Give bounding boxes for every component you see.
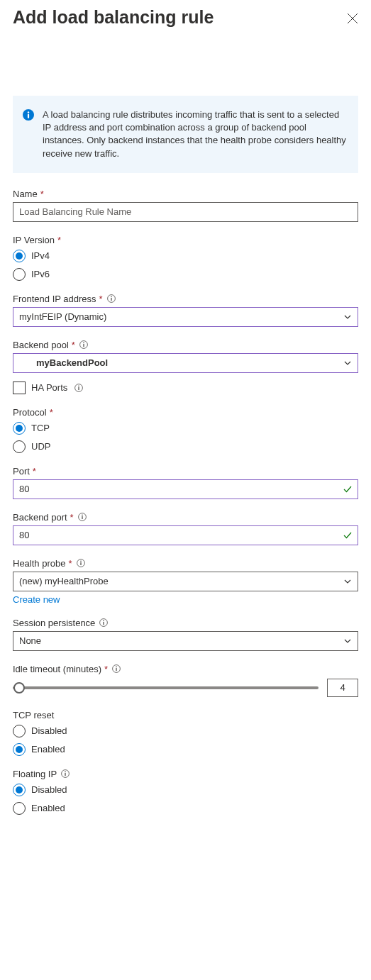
tooltip-icon[interactable] (74, 384, 83, 392)
svg-rect-11 (79, 387, 79, 390)
svg-rect-20 (104, 622, 104, 625)
svg-rect-5 (111, 298, 111, 301)
create-new-link[interactable]: Create new (13, 594, 60, 605)
chevron-down-icon (343, 313, 352, 321)
svg-rect-17 (80, 562, 81, 565)
info-text: A load balancing rule distributes incomi… (43, 108, 348, 160)
info-icon (23, 109, 34, 121)
session-persistence-dropdown[interactable]: None (13, 631, 358, 651)
svg-point-22 (116, 667, 117, 668)
radio-tcp-reset-enabled[interactable]: Enabled (13, 743, 358, 756)
info-box: A load balancing rule distributes incomi… (13, 96, 358, 173)
backend-pool-label: Backend pool* (13, 340, 358, 350)
tooltip-icon[interactable] (99, 618, 108, 627)
ip-version-label: IP Version* (13, 235, 358, 245)
idle-timeout-value[interactable]: 4 (327, 679, 358, 697)
health-probe-dropdown[interactable]: (new) myHealthProbe (13, 572, 358, 591)
backend-port-input[interactable] (13, 525, 358, 545)
radio-ipv6[interactable]: IPv6 (13, 268, 358, 281)
tcp-reset-label: TCP reset (13, 710, 358, 720)
svg-point-25 (65, 772, 66, 773)
radio-floating-ip-enabled[interactable]: Enabled (13, 802, 358, 815)
chevron-down-icon (343, 637, 352, 645)
svg-rect-26 (65, 773, 65, 776)
svg-point-13 (82, 515, 83, 516)
idle-timeout-slider[interactable] (13, 686, 319, 689)
tooltip-icon[interactable] (112, 664, 121, 673)
name-input[interactable] (13, 202, 358, 222)
frontend-ip-dropdown[interactable]: myIntFEIP (Dynamic) (13, 307, 358, 327)
svg-rect-8 (83, 344, 84, 347)
svg-rect-14 (82, 516, 82, 519)
floating-ip-label: Floating IP (13, 769, 358, 779)
tooltip-icon[interactable] (61, 769, 70, 778)
svg-rect-2 (28, 114, 29, 118)
chevron-down-icon (343, 359, 352, 367)
health-probe-label: Health probe* (13, 558, 358, 569)
svg-point-16 (80, 561, 82, 562)
tooltip-icon[interactable] (107, 294, 116, 303)
ha-ports-checkbox[interactable]: HA Ports (13, 382, 358, 394)
svg-rect-23 (116, 668, 116, 671)
port-label: Port* (13, 466, 358, 477)
tooltip-icon[interactable] (77, 559, 85, 567)
radio-floating-ip-disabled[interactable]: Disabled (13, 784, 358, 796)
idle-timeout-label: Idle timeout (minutes)* (13, 664, 358, 674)
page-title: Add load balancing rule (13, 7, 214, 28)
close-icon[interactable] (347, 13, 358, 24)
backend-pool-dropdown[interactable]: myBackendPool (13, 353, 358, 373)
svg-point-1 (28, 111, 29, 113)
svg-point-4 (111, 296, 112, 298)
protocol-label: Protocol* (13, 407, 358, 418)
check-icon (343, 530, 353, 540)
chevron-down-icon (343, 577, 352, 586)
backend-port-label: Backend port* (13, 512, 358, 523)
session-persistence-label: Session persistence (13, 618, 358, 628)
svg-point-7 (83, 343, 84, 344)
port-input[interactable] (13, 479, 358, 499)
check-icon (343, 484, 353, 494)
svg-point-10 (78, 385, 79, 386)
radio-tcp[interactable]: TCP (13, 422, 358, 435)
svg-point-19 (104, 620, 105, 622)
tooltip-icon[interactable] (78, 513, 87, 521)
frontend-ip-label: Frontend IP address* (13, 294, 358, 304)
name-label: Name* (13, 189, 358, 199)
radio-ipv4[interactable]: IPv4 (13, 250, 358, 262)
radio-udp[interactable]: UDP (13, 440, 358, 453)
radio-tcp-reset-disabled[interactable]: Disabled (13, 725, 358, 737)
tooltip-icon[interactable] (79, 340, 88, 349)
